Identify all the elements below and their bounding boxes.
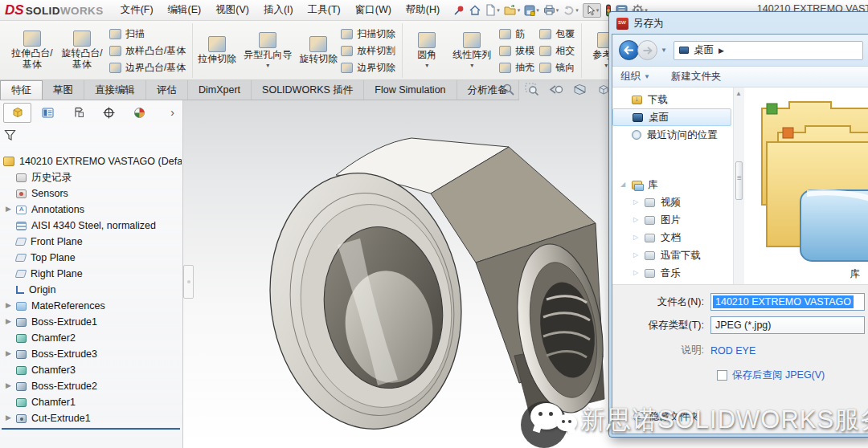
menu-help[interactable]: 帮助(H) [399, 3, 447, 17]
featuremanager-tree-tab[interactable] [3, 103, 31, 123]
recent-locations-dropdown[interactable]: ▼ [661, 47, 667, 54]
sidebar-item-recent-places[interactable]: 最近访问的位置 [612, 126, 733, 144]
menu-view[interactable]: 视图(V) [208, 3, 256, 17]
extruded-cut-button[interactable]: 拉伸切除 [197, 35, 237, 67]
save-type-dropdown[interactable]: JPEG (*.jpg) [710, 316, 865, 334]
tab-sketch[interactable]: 草图 [43, 80, 84, 100]
boundary-cut-button[interactable]: 边界切除 [341, 61, 395, 75]
swept-cut-button[interactable]: 扫描切除 [341, 27, 395, 41]
menu-file[interactable]: 文件(F) [113, 3, 161, 17]
home-icon[interactable] [469, 4, 481, 16]
fillet-button[interactable]: 圆角▾ [407, 31, 447, 71]
undo-button[interactable]: ▾ [563, 5, 579, 15]
tree-item-origin[interactable]: Origin [0, 282, 182, 298]
tab-addins[interactable]: SOLIDWORKS 插件 [252, 80, 364, 100]
expand-arrow-icon[interactable]: ▶ [6, 350, 11, 357]
save-button[interactable]: ▾ [524, 5, 539, 16]
sidebar-scrollbar[interactable]: ▲ [733, 88, 744, 284]
zoom-to-fit-icon[interactable] [502, 83, 515, 96]
sidebar-item-documents[interactable]: ▷文档 [612, 229, 733, 246]
rib-button[interactable]: 筋 [499, 27, 534, 41]
filter-funnel-icon[interactable] [4, 129, 18, 141]
tree-item-chamfer2[interactable]: Chamfer2 [0, 330, 182, 346]
select-tool-button[interactable]: ▾ [583, 3, 602, 18]
tree-item-cut-extrude1[interactable]: ▶Cut-Extrude1 [0, 410, 182, 426]
tree-item-right-plane[interactable]: Right Plane [0, 266, 182, 282]
expand-arrow-icon[interactable]: ▷ [633, 199, 638, 206]
forward-button[interactable] [637, 40, 657, 60]
tree-item-boss-extrude2[interactable]: ▶Boss-Extrude2 [0, 378, 182, 394]
pin-icon[interactable] [453, 5, 465, 16]
open-button[interactable]: ▾ [504, 5, 521, 16]
sidebar-item-thunder-downloads[interactable]: ▷迅雷下载 [612, 246, 733, 264]
expand-arrow-icon[interactable]: ▶ [6, 318, 11, 325]
new-document-button[interactable]: ▾ [485, 4, 500, 16]
sidebar-item-desktop[interactable]: 桌面 [612, 108, 731, 126]
shell-button[interactable]: 抽壳 [499, 61, 534, 75]
organize-menu-button[interactable]: 组织▼ [620, 70, 650, 83]
rollback-bar[interactable] [2, 428, 180, 430]
previous-view-icon[interactable] [549, 83, 563, 96]
extrude-boss-button[interactable]: 拉伸凸台/基体 [7, 29, 57, 72]
address-breadcrumb[interactable]: 桌面 ▶ [674, 41, 863, 60]
tree-root-part[interactable]: 140210 EXTREMO VASTAGO (Defa [0, 153, 182, 169]
intersect-button[interactable]: 相交 [539, 44, 575, 58]
expand-arrow-icon[interactable]: ▶ [6, 414, 11, 422]
revolved-cut-button[interactable]: 旋转切除 [298, 35, 338, 67]
menu-tools[interactable]: 工具(T) [301, 3, 348, 17]
section-view-icon[interactable] [573, 83, 587, 96]
sidebar-item-pictures[interactable]: ▷图片 [612, 211, 733, 229]
tab-evaluate[interactable]: 评估 [146, 80, 188, 100]
expand-arrow-icon[interactable]: ▷ [633, 252, 638, 259]
tree-item-boss-extrude3[interactable]: ▶Boss-Extrude3 [0, 346, 182, 362]
hole-wizard-button[interactable]: 异型孔向导▾ [237, 31, 298, 71]
mirror-button[interactable]: 镜向 [539, 61, 575, 75]
panel-splitter-handle[interactable] [183, 265, 194, 299]
file-item-label[interactable]: 库 [850, 267, 861, 281]
dialog-title-bar[interactable]: 另存为 [612, 14, 868, 34]
swept-boss-button[interactable]: 扫描 [109, 27, 186, 41]
lofted-cut-button[interactable]: 放样切割 [341, 44, 395, 58]
display-manager-tab[interactable] [125, 103, 154, 123]
draft-button[interactable]: 拔模 [499, 44, 534, 58]
menu-insert[interactable]: 插入(I) [256, 3, 301, 17]
tree-item-matereferences[interactable]: ▶MateReferences [0, 298, 182, 314]
revolve-boss-button[interactable]: 旋转凸台/基体 [57, 29, 107, 72]
dimxpert-manager-tab[interactable] [95, 103, 123, 123]
wrap-button[interactable]: 包覆 [539, 27, 575, 41]
new-folder-button[interactable]: 新建文件夹 [671, 70, 722, 83]
tree-item-front-plane[interactable]: Front Plane [0, 234, 182, 250]
sidebar-item-videos[interactable]: ▷视频 [612, 193, 733, 211]
tree-item-sensors[interactable]: Sensors [0, 185, 182, 202]
libraries-folder-icon[interactable] [751, 94, 868, 283]
zoom-to-area-icon[interactable] [525, 83, 539, 96]
file-list-area[interactable]: 库 [744, 88, 868, 284]
filename-input[interactable]: 140210 EXTREMO VASTAGO [710, 293, 865, 311]
sidebar-item-libraries[interactable]: ◢库 [612, 176, 733, 193]
menu-window[interactable]: 窗口(W) [348, 3, 399, 17]
breadcrumb-location[interactable]: 桌面 [694, 43, 714, 57]
expand-arrow-icon[interactable]: ▶ [6, 206, 11, 213]
hide-folders-button[interactable]: ▲ 隐藏文件夹 [633, 410, 700, 424]
print-button[interactable]: ▾ [543, 5, 559, 15]
back-button[interactable] [619, 40, 639, 60]
linear-pattern-button[interactable]: 线性阵列▾ [447, 31, 497, 71]
tree-item-chamfer3[interactable]: Chamfer3 [0, 362, 182, 378]
panel-expand-arrow[interactable]: › [170, 106, 179, 119]
tree-item-history[interactable]: 历史记录 [0, 169, 182, 185]
expand-arrow-icon[interactable]: ▶ [6, 302, 11, 309]
tab-features[interactable]: 特征 [0, 80, 43, 100]
tree-item-boss-extrude1[interactable]: ▶Boss-Extrude1 [0, 314, 182, 330]
menu-edit[interactable]: 编辑(E) [161, 3, 209, 17]
breadcrumb-arrow-icon[interactable]: ▶ [719, 47, 724, 55]
property-manager-tab[interactable] [34, 103, 62, 123]
expand-arrow-icon[interactable]: ▶ [6, 382, 11, 389]
lofted-boss-button[interactable]: 放样凸台/基体 [109, 44, 186, 58]
review-jpeg-checkbox[interactable] [717, 370, 727, 381]
expand-arrow-icon[interactable]: ▷ [633, 270, 638, 276]
tab-direct-editing[interactable]: 直接编辑 [84, 80, 146, 100]
boundary-boss-button[interactable]: 边界凸台/基体 [109, 61, 186, 75]
tree-item-top-plane[interactable]: Top Plane [0, 250, 182, 266]
expand-arrow-icon[interactable]: ▷ [633, 234, 638, 241]
expand-arrow-icon[interactable]: ▷ [633, 217, 638, 223]
